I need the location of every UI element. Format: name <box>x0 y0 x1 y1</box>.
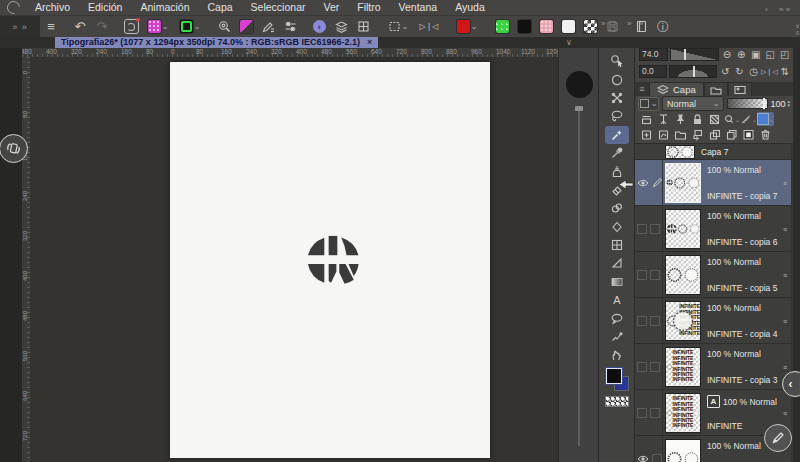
panel-arrow-icon[interactable]: › <box>765 5 768 14</box>
menu-ayuda[interactable]: Ayuda <box>446 0 494 15</box>
close-document-icon[interactable]: × <box>367 37 372 47</box>
undo-button[interactable]: ↶ <box>70 18 90 35</box>
editing-checkbox[interactable] <box>652 454 662 462</box>
menu-ver[interactable]: Ver <box>314 0 348 15</box>
tool-figure[interactable] <box>605 89 629 107</box>
layer-row[interactable]: INFINITE INFINITE INFINITE INFINITE INFI… <box>635 298 791 344</box>
zoom-slider[interactable] <box>670 48 719 61</box>
flip-vertical-button[interactable]: ⇅ <box>779 65 791 78</box>
zoom-out-button[interactable]: ⊖ <box>721 48 733 61</box>
layer-row[interactable]: INFINITE INFINITE INFINITE INFINITE INFI… <box>635 344 791 390</box>
night-mode-button[interactable]: ◖ <box>309 18 329 35</box>
color-set-button[interactable]: ⌄ <box>451 18 483 35</box>
visibility-checkbox[interactable] <box>637 362 647 372</box>
visibility-eye-icon[interactable] <box>637 179 649 187</box>
opacity-slider[interactable] <box>727 98 767 109</box>
layer-thumbnail[interactable]: INFINITE INFINITE INFINITE INFINITE INFI… <box>665 347 701 387</box>
new-raster-layer-button[interactable] <box>638 127 655 141</box>
fit-to-window-button[interactable]: ◰ <box>779 48 791 61</box>
reset-rotation-button[interactable]: ◷ <box>748 65 760 78</box>
layer-stack-button[interactable] <box>331 18 351 35</box>
lock-transparent-pixels-icon[interactable] <box>706 112 723 126</box>
panel-collapse-icon[interactable]: » <box>601 19 605 28</box>
layer-row[interactable]: Capa 7 <box>635 144 791 160</box>
layer-name[interactable]: INFINITE - copia 6 <box>707 237 791 247</box>
duplicate-layer-button[interactable] <box>723 127 740 141</box>
lock-layer-icon[interactable] <box>689 112 706 126</box>
document-page[interactable] <box>170 62 490 458</box>
tab-capa[interactable]: Capa <box>649 82 704 96</box>
material-palette-button[interactable]: ⌄ <box>143 18 173 35</box>
transparent-color-swatch[interactable] <box>605 396 629 407</box>
zoom-in-button[interactable]: ⊕ <box>735 48 747 61</box>
zoom-value-field[interactable]: 74.0 <box>639 48 668 61</box>
create-layer-mask-button[interactable] <box>740 127 757 141</box>
visibility-eye-icon[interactable] <box>637 455 649 462</box>
clip-studio-button[interactable] <box>121 18 141 35</box>
zoom-100-button[interactable]: ▣ <box>750 48 762 61</box>
layer-thumbnail[interactable]: INFINITE INFINITE INFINITE INFINITE INFI… <box>665 301 701 341</box>
panel-menu-icon[interactable]: ≡ <box>635 82 649 96</box>
panel-collapse-icon[interactable]: » <box>627 19 631 28</box>
layer-name[interactable]: INFINITE - copia 4 <box>707 329 791 339</box>
layer-handle-icon[interactable]: ≡ <box>783 271 787 278</box>
editing-checkbox[interactable] <box>650 316 660 326</box>
layer-row[interactable]: 100 % Normal INFINITE - copia 5 ≡ <box>635 252 791 298</box>
swatch-pattern-pink[interactable] <box>536 18 556 35</box>
sliders-button[interactable] <box>280 18 300 35</box>
selection-mode-button[interactable]: ⌄ <box>382 18 414 35</box>
rotate-ccw-button[interactable]: ↺ <box>719 65 731 78</box>
menu-filtro[interactable]: Filtro <box>348 0 389 15</box>
layer-effect-dropdown[interactable]: ⌄ <box>638 97 659 111</box>
tool-eraser[interactable] <box>605 181 629 199</box>
layer-handle-icon[interactable]: ≡ <box>783 317 787 324</box>
draft-layer-button[interactable] <box>236 18 256 35</box>
quick-pen-button[interactable] <box>764 424 792 452</box>
snap-mode-button[interactable]: ⌄ <box>175 18 205 35</box>
ruler-range-icon[interactable]: ⌄ <box>740 112 757 126</box>
delete-layer-button[interactable] <box>757 127 774 141</box>
layer-row[interactable]: 100 % Normal INFINITE - copia 6 ≡ <box>635 206 791 252</box>
redo-button[interactable]: ↷ <box>92 18 112 35</box>
swatch-pattern-green[interactable] <box>492 18 512 35</box>
menu-edicion[interactable]: Edición <box>79 0 131 15</box>
tool-ink[interactable] <box>605 162 629 180</box>
layer-name[interactable]: Capa 7 <box>701 147 791 157</box>
tab-layer-property[interactable] <box>704 82 728 96</box>
menu-ventana[interactable]: Ventana <box>390 0 447 15</box>
layer-name[interactable]: INFINITE - copia 3 <box>707 375 791 385</box>
layer-thumbnail[interactable] <box>665 209 701 249</box>
visibility-checkbox[interactable] <box>637 408 647 418</box>
opacity-value[interactable]: 100 <box>771 99 786 109</box>
rotation-value-field[interactable]: 0.0 <box>639 65 667 78</box>
editing-checkbox[interactable] <box>650 270 660 280</box>
layer-handle-icon[interactable]: ≡ <box>783 225 787 232</box>
tool-operation[interactable] <box>605 52 629 70</box>
tool-auto-select[interactable] <box>605 126 629 144</box>
tool-correction[interactable] <box>605 328 629 346</box>
fit-to-screen-button[interactable]: ◱ <box>764 48 776 61</box>
selection-source-icon[interactable]: ⌄ <box>723 112 740 126</box>
layer-row[interactable]: 100 % Normal INFINITE - copia 7 ≡ <box>635 160 791 206</box>
brush-size-slider[interactable] <box>578 111 580 446</box>
rotation-slider[interactable] <box>669 65 717 78</box>
swatch-transparent[interactable] <box>580 18 600 35</box>
swatch-black[interactable] <box>514 18 534 35</box>
layer-thumbnail[interactable] <box>665 255 701 295</box>
rotate-canvas-button[interactable] <box>0 134 28 163</box>
tab-list-chevron-icon[interactable]: ∨ <box>566 38 572 47</box>
info-button[interactable]: ⓘ <box>653 18 673 35</box>
swatch-white[interactable] <box>558 18 578 35</box>
layer-handle-icon[interactable]: ≡ <box>783 179 787 186</box>
menu-archivo[interactable]: Archivo <box>26 0 79 15</box>
layer-name[interactable]: INFINITE - copia 7 <box>707 191 791 201</box>
rotate-cw-button[interactable]: ↻ <box>733 65 745 78</box>
menu-seleccionar[interactable]: Seleccionar <box>242 0 315 15</box>
zoom-lens-button[interactable] <box>214 18 234 35</box>
tool-hand[interactable] <box>605 346 629 364</box>
tool-text[interactable]: A <box>605 291 629 309</box>
layer-thumbnail[interactable] <box>665 163 701 203</box>
editing-checkbox[interactable] <box>650 408 660 418</box>
flip-view-button[interactable]: ▷❘◁ <box>416 18 442 35</box>
tool-balloon[interactable] <box>605 309 629 327</box>
